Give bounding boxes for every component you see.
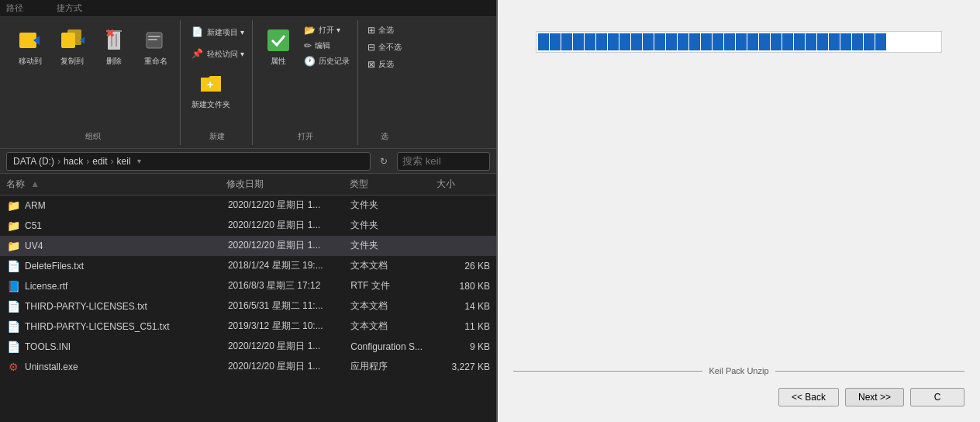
file-row[interactable]: 📄 TOOLS.INI 2020/12/20 星期日 1... Configur…	[0, 337, 496, 357]
edit-button[interactable]: ✏ 编辑	[301, 39, 353, 53]
easy-access-button[interactable]: 📌 轻松访问 ▾	[187, 45, 247, 64]
file-row[interactable]: 📄 THIRD-PARTY-LICENSES_C51.txt 2019/3/12…	[0, 316, 496, 337]
properties-icon	[264, 26, 292, 54]
file-row[interactable]: ⚙ Uninstall.exe 2020/12/20 星期日 1... 应用程序…	[0, 357, 496, 377]
next-button[interactable]: Next >>	[845, 388, 904, 406]
progress-segment	[538, 33, 549, 50]
progress-area	[513, 31, 964, 53]
file-type: 文件夹	[350, 219, 437, 232]
new-folder-label: 新建文件夹	[192, 99, 230, 110]
progress-segment	[806, 33, 816, 50]
top-strip-label: 路径	[6, 2, 23, 14]
file-size: 3,227 KB	[437, 361, 490, 372]
back-button[interactable]: << Back	[778, 388, 839, 406]
svg-rect-3	[67, 29, 81, 45]
select-none-button[interactable]: ⊟ 全不选	[364, 40, 405, 54]
file-date: 2020/12/20 星期日 1...	[228, 199, 350, 212]
new-item-label: 新建项目 ▾	[207, 27, 244, 38]
keil-divider: Keil Pack Unzip	[513, 366, 964, 375]
copy-to-button[interactable]: 复制到	[53, 23, 91, 70]
column-headers: 名称 ▲ 修改日期 类型 大小	[0, 174, 496, 195]
file-date: 2020/12/20 星期日 1...	[228, 360, 350, 373]
progress-segment	[747, 33, 758, 50]
delete-button[interactable]: ✖ 删除	[95, 23, 133, 70]
progress-segment	[701, 33, 712, 50]
progress-segment	[550, 33, 561, 50]
invert-icon: ⊠	[368, 59, 375, 70]
col-header-size[interactable]: 大小	[437, 178, 490, 191]
file-size: 180 KB	[437, 281, 490, 292]
select-all-button[interactable]: ⊞ 全选	[364, 23, 397, 37]
open-section-label: 打开	[298, 128, 313, 142]
file-icon: 📁	[6, 219, 20, 233]
progress-segment	[713, 33, 723, 50]
path-data-d: DATA (D:)	[13, 156, 54, 167]
new-folder-button[interactable]: + 新建文件夹	[187, 67, 235, 113]
file-row[interactable]: 📘 License.rtf 2016/8/3 星期三 17:12 RTF 文件 …	[0, 276, 496, 296]
progress-segment	[864, 33, 875, 50]
file-row[interactable]: 📄 DeleteFiles.txt 2018/1/24 星期三 19:... 文…	[0, 256, 496, 276]
svg-text:✖: ✖	[105, 28, 115, 40]
history-button[interactable]: 🕐 历史记录	[301, 54, 353, 68]
invert-label: 反选	[378, 59, 394, 70]
open-button[interactable]: 📂 打开 ▾	[301, 23, 353, 37]
file-row[interactable]: 📁 UV4 2020/12/20 星期日 1... 文件夹	[0, 236, 496, 256]
refresh-button[interactable]: ↻	[375, 153, 392, 170]
file-row[interactable]: 📄 THIRD-PARTY-LICENSES.txt 2016/5/31 星期二…	[0, 296, 496, 316]
file-name: ARM	[25, 200, 228, 211]
keil-panel: Keil Pack Unzip << Back Next >> C	[496, 0, 980, 422]
move-to-button[interactable]: 移动到	[11, 23, 50, 70]
toolbar-section-select: ⊞ 全选 ⊟ 全不选 ⊠ 反选 选	[360, 20, 409, 145]
file-icon: 📄	[6, 299, 20, 313]
svg-rect-11	[148, 36, 160, 37]
new-buttons: 📄 新建项目 ▾ 📌 轻松访问 ▾ + 新建文件夹	[187, 23, 247, 113]
sep2: ›	[86, 156, 89, 167]
progress-segment	[689, 33, 700, 50]
progress-segment	[654, 33, 665, 50]
progress-bar	[536, 31, 942, 53]
progress-segment	[852, 33, 863, 50]
select-buttons: ⊞ 全选 ⊟ 全不选 ⊠ 反选	[364, 23, 405, 71]
file-date: 2020/12/20 星期日 1...	[228, 340, 350, 353]
organize-section-label: 组织	[85, 128, 101, 142]
invert-select-button[interactable]: ⊠ 反选	[364, 57, 397, 71]
address-path[interactable]: DATA (D:) › hack › edit › keil ▾	[6, 152, 371, 171]
progress-segment	[771, 33, 782, 50]
progress-segment	[840, 33, 851, 50]
new-section-label: 新建	[209, 128, 225, 142]
progress-segment	[736, 33, 747, 50]
file-row[interactable]: 📁 C51 2020/12/20 星期日 1... 文件夹	[0, 216, 496, 236]
file-name: License.rtf	[25, 281, 228, 292]
col-header-type[interactable]: 类型	[350, 178, 437, 191]
rename-icon	[142, 26, 170, 54]
cancel-button[interactable]: C	[910, 388, 964, 406]
new-item-button[interactable]: 📄 新建项目 ▾	[187, 23, 247, 42]
file-type: RTF 文件	[350, 279, 437, 292]
file-icon: 📁	[6, 239, 20, 253]
progress-segment	[724, 33, 735, 50]
progress-segment	[759, 33, 770, 50]
path-dropdown-arrow: ▾	[137, 157, 141, 165]
keil-divider-label: Keil Pack Unzip	[709, 366, 768, 375]
search-input[interactable]	[397, 152, 490, 171]
file-date: 2020/12/20 星期日 1...	[228, 219, 350, 232]
col-header-name[interactable]: 名称 ▲	[6, 178, 226, 191]
file-row[interactable]: 📁 ARM 2020/12/20 星期日 1... 文件夹	[0, 195, 496, 216]
shortcut-label: 捷方式	[57, 2, 82, 14]
progress-segment	[678, 33, 688, 50]
path-edit: edit	[92, 156, 107, 167]
sort-icon: ▲	[30, 178, 40, 189]
file-icon: 📄	[6, 320, 20, 334]
col-header-date[interactable]: 修改日期	[226, 178, 350, 191]
top-strip: 路径 捷方式	[0, 0, 496, 17]
file-type: 文本文档	[350, 299, 437, 313]
rename-label: 重命名	[144, 56, 167, 67]
properties-button[interactable]: 属性	[259, 23, 298, 70]
rename-button[interactable]: 重命名	[136, 23, 175, 70]
file-size: 26 KB	[437, 261, 490, 272]
select-section-label: 选	[381, 128, 388, 142]
easy-access-label: 轻松访问 ▾	[207, 49, 244, 60]
file-type: 文件夹	[350, 199, 437, 212]
history-label: 历史记录	[319, 56, 350, 67]
sep3: ›	[111, 156, 114, 167]
